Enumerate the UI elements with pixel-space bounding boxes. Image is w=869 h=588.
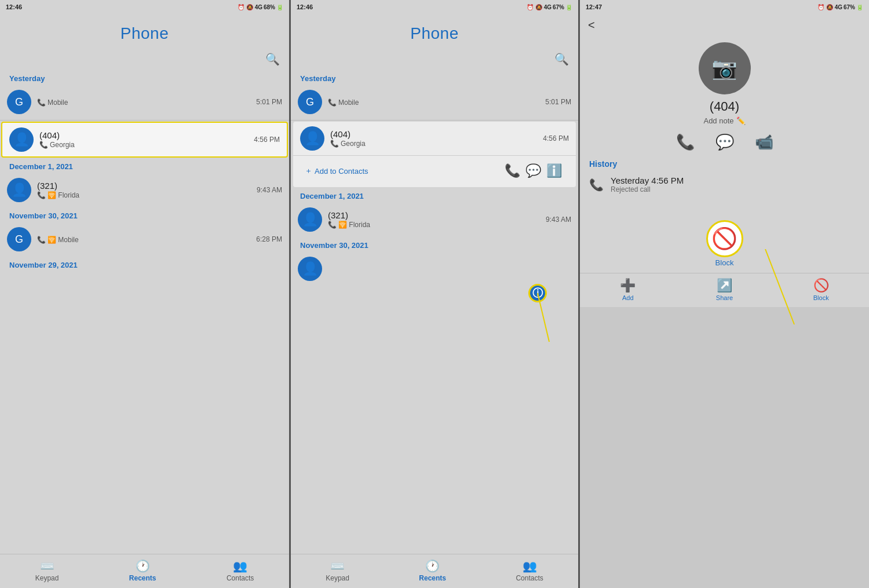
call-item-g-mobile-2[interactable]: G 📞 Mobile 5:01 PM <box>291 85 578 119</box>
recents-icon-1: 🕐 <box>136 559 150 573</box>
call-info-321-1: (321) 📞 🛜 Florida <box>37 181 257 199</box>
call-action-btn-2[interactable]: 📞 <box>502 160 523 181</box>
call-item-nov30-2[interactable]: 👤 <box>291 252 578 286</box>
nav-add-3[interactable]: ➕ Add <box>620 278 636 301</box>
info-action-btn-2[interactable]: ℹ️ <box>543 160 564 181</box>
call-info-g-2: 📞 Mobile <box>328 98 545 107</box>
contact-avatar-large-3: 📷 <box>699 42 751 94</box>
info-bubble-label: ⓘ <box>532 286 543 300</box>
search-row-1: 🔍 <box>0 49 289 70</box>
nav-contacts-label-2: Contacts <box>516 574 543 582</box>
search-button-1[interactable]: 🔍 <box>265 52 280 66</box>
call-contact-btn-3[interactable]: 📞 <box>676 133 695 151</box>
call-info-404-2: (404) 📞 Georgia <box>330 129 543 148</box>
call-sub-g-1: 📞 Mobile <box>37 98 256 107</box>
battery-3: 67% <box>844 4 855 10</box>
search-button-2[interactable]: 🔍 <box>554 52 569 66</box>
battery-1: 68% <box>264 4 275 10</box>
app-header-2: Phone <box>291 14 578 49</box>
status-icons-1: ⏰ 🔕 4G 68%🔋 <box>238 4 283 10</box>
avatar-g-2: G <box>298 90 322 114</box>
call-time-404-1: 4:56 PM <box>254 136 280 144</box>
app-header-1: Phone <box>0 14 289 49</box>
history-label-3: History <box>580 157 869 172</box>
avatar-321-1: 👤 <box>7 178 31 202</box>
contacts-icon-1: 👥 <box>233 559 247 573</box>
avatar-g-1: G <box>7 90 31 114</box>
panel-3: 12:47 ⏰ 🔕 4G 67%🔋 < 📷 (404) Add note ✏️ … <box>580 0 869 307</box>
add-note-3[interactable]: Add note ✏️ <box>580 116 869 125</box>
status-bar-3: 12:47 ⏰ 🔕 4G 67%🔋 <box>580 0 869 14</box>
call-info-321-2: (321) 📞 🛜 Florida <box>328 210 546 229</box>
message-action-btn-2[interactable]: 💬 <box>523 160 543 181</box>
nav-contacts-2[interactable]: 👥 Contacts <box>516 559 543 582</box>
call-type-icon-321-1: 📞 <box>37 191 46 199</box>
add-note-label-3: Add note <box>703 116 733 125</box>
call-sub-404-2: 📞 Georgia <box>330 140 543 148</box>
call-sub-404-1: 📞 Georgia <box>39 141 254 149</box>
block-circle-icon: 🚫 <box>711 228 737 249</box>
call-item-321-2[interactable]: 👤 (321) 📞 🛜 Florida 9:43 AM <box>291 203 578 236</box>
avatar-404-2: 👤 <box>300 126 324 151</box>
contact-number-3: (404) <box>580 99 869 114</box>
info-annotation-bubble[interactable]: ⓘ <box>528 284 547 302</box>
block-section-3: 🚫 Block <box>580 220 869 267</box>
video-contact-btn-3[interactable]: 📹 <box>755 133 773 151</box>
nav-recents-label-1: Recents <box>129 574 156 582</box>
battery-2: 67% <box>553 4 564 10</box>
nav-block-3[interactable]: 🚫 Block <box>813 278 829 301</box>
call-item-404-1[interactable]: 👤 (404) 📞 Georgia 4:56 PM <box>1 122 288 158</box>
call-type-icon-321-2: 📞 <box>328 221 337 229</box>
call-time-404-2: 4:56 PM <box>543 134 569 143</box>
call-item-g-nov30-1[interactable]: G 📞 🛜 Mobile 6:28 PM <box>0 222 289 256</box>
nav-block-label-3: Block <box>813 294 829 301</box>
signal-icon-1: ⏰ 🔕 4G <box>238 4 262 10</box>
add-icon-2: ＋ <box>305 166 312 176</box>
history-text-3: Yesterday 4:56 PM Rejected call <box>611 176 684 193</box>
back-button-3[interactable]: < <box>580 14 869 36</box>
call-item-404-2[interactable]: 👤 (404) 📞 Georgia 4:56 PM <box>293 122 576 155</box>
time-1: 12:46 <box>6 3 22 10</box>
time-3: 12:47 <box>586 3 602 10</box>
signal-icon-3: ⏰ 🔕 4G <box>817 4 842 10</box>
call-type-icon-404-1: 📞 <box>39 141 48 149</box>
camera-icon-3: 📷 <box>711 56 737 81</box>
signal-icon-2: ⏰ 🔕 4G <box>527 4 552 10</box>
add-contact-btn-2[interactable]: ＋ Add to Contacts <box>305 166 502 176</box>
section-yesterday-2: Yesterday <box>291 70 578 85</box>
history-time-3: Yesterday 4:56 PM <box>611 176 684 185</box>
call-sub-g-nov30-1: 📞 🛜 Mobile <box>37 236 256 244</box>
nav-recents-2[interactable]: 🕐 Recents <box>419 559 446 582</box>
call-type-icon-g-nov30-1: 📞 <box>37 236 46 244</box>
keypad-icon-2: ⌨️ <box>330 559 345 573</box>
add-icon-nav-3: ➕ <box>620 278 636 293</box>
nav-keypad-label-1: Keypad <box>35 574 59 582</box>
call-sub-321-1: 📞 🛜 Florida <box>37 191 257 199</box>
call-type-icon-1: 📞 <box>37 98 46 107</box>
nav-keypad-1[interactable]: ⌨️ Keypad <box>35 559 59 582</box>
nav-keypad-2[interactable]: ⌨️ Keypad <box>326 559 349 582</box>
history-call-icon-3: 📞 <box>589 178 604 192</box>
status-bar-1: 12:46 ⏰ 🔕 4G 68%🔋 <box>0 0 289 14</box>
call-time-g-1: 5:01 PM <box>256 98 282 106</box>
call-name-321-1: (321) <box>37 181 257 191</box>
message-contact-btn-3[interactable]: 💬 <box>715 133 734 151</box>
call-sub-321-2: 📞 🛜 Florida <box>328 221 546 229</box>
section-nov30-1: November 30, 2021 <box>0 207 289 222</box>
call-name-404-2: (404) <box>330 129 543 139</box>
nav-contacts-1[interactable]: 👥 Contacts <box>227 559 254 582</box>
divider-2 <box>291 120 578 120</box>
recents-icon-2: 🕐 <box>425 559 440 573</box>
app-title-2: Phone <box>410 24 458 43</box>
call-info-404-1: (404) 📞 Georgia <box>39 130 254 149</box>
call-item-321-1[interactable]: 👤 (321) 📞 🛜 Florida 9:43 AM <box>0 173 289 207</box>
nav-recents-label-2: Recents <box>419 574 446 582</box>
section-nov30-2: November 30, 2021 <box>291 236 578 252</box>
nav-recents-1[interactable]: 🕐 Recents <box>129 559 156 582</box>
nav-contacts-label-1: Contacts <box>227 574 254 582</box>
svg-line-1 <box>765 249 794 324</box>
app-title-1: Phone <box>121 24 169 43</box>
section-dec-1: December 1, 2021 <box>0 158 289 173</box>
divider-1 <box>0 120 289 120</box>
call-item-g-mobile-1[interactable]: G 📞 Mobile 5:01 PM <box>0 85 289 119</box>
